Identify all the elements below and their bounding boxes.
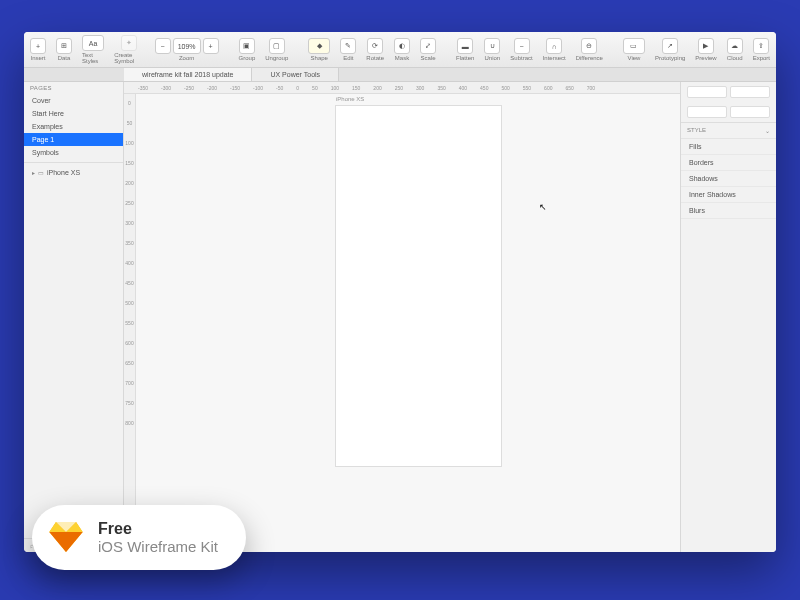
inspector-inner-shadows[interactable]: Inner Shadows (681, 187, 776, 203)
svg-marker-4 (49, 532, 66, 552)
export-label: Export (753, 55, 770, 61)
app-window: +Insert ⊞Data AaText Styles ✦Create Symb… (24, 32, 776, 552)
union-button[interactable]: ∪ (484, 38, 500, 54)
zoom-label: Zoom (179, 55, 194, 61)
inspector-borders[interactable]: Borders (681, 155, 776, 171)
position-y-field[interactable] (730, 86, 770, 98)
inspector-blurs[interactable]: Blurs (681, 203, 776, 219)
shape-button[interactable]: ◆ (308, 38, 330, 54)
chevron-right-icon: ▸ (32, 169, 35, 176)
insert-button[interactable]: + (30, 38, 46, 54)
intersect-button[interactable]: ∩ (546, 38, 562, 54)
view-button[interactable]: ▭ (623, 38, 645, 54)
union-label: Union (484, 55, 500, 61)
canvas[interactable]: iPhone XS ↖ (136, 94, 680, 552)
zoom-value[interactable]: 109% (173, 38, 201, 54)
page-item-symbols[interactable]: Symbols (24, 146, 123, 159)
shape-label: Shape (311, 55, 328, 61)
promo-title: Free (98, 519, 218, 538)
position-x-field[interactable] (687, 86, 727, 98)
style-section-title: STYLE⌄ (681, 122, 776, 139)
page-item-start-here[interactable]: Start Here (24, 107, 123, 120)
mask-button[interactable]: ◐ (394, 38, 410, 54)
artboard-title[interactable]: iPhone XS (336, 96, 364, 102)
text-styles-button[interactable]: Aa (82, 35, 104, 51)
data-label: Data (58, 55, 71, 61)
artboard-icon: ▭ (38, 169, 44, 176)
mask-label: Mask (395, 55, 409, 61)
sketch-diamond-icon (48, 519, 84, 555)
flatten-button[interactable]: ▬ (457, 38, 473, 54)
tab-document-1[interactable]: wireframe kit fall 2018 update (124, 68, 252, 81)
promo-badge[interactable]: Free iOS Wireframe Kit (32, 505, 246, 570)
cloud-button[interactable]: ☁ (727, 38, 743, 54)
data-button[interactable]: ⊞ (56, 38, 72, 54)
edit-button[interactable]: ✎ (340, 38, 356, 54)
create-symbol-button[interactable]: ✦ (121, 35, 137, 51)
subtract-button[interactable]: − (514, 38, 530, 54)
promo-subtitle: iOS Wireframe Kit (98, 538, 218, 556)
subtract-label: Subtract (510, 55, 532, 61)
tab-document-2[interactable]: UX Power Tools (252, 68, 339, 81)
main-area: PAGES Cover Start Here Examples Page 1 S… (24, 82, 776, 552)
rotate-button[interactable]: ⟳ (367, 38, 383, 54)
left-panel: PAGES Cover Start Here Examples Page 1 S… (24, 82, 124, 552)
proto-label: Prototyping (655, 55, 685, 61)
page-item-examples[interactable]: Examples (24, 120, 123, 133)
difference-label: Difference (576, 55, 603, 61)
page-item-cover[interactable]: Cover (24, 94, 123, 107)
size-h-field[interactable] (730, 106, 770, 118)
artboard[interactable] (336, 106, 501, 466)
intersect-label: Intersect (543, 55, 566, 61)
group-button[interactable]: ▣ (239, 38, 255, 54)
zoom-in-button[interactable]: + (203, 38, 219, 54)
scale-button[interactable]: ⤢ (420, 38, 436, 54)
ungroup-label: Ungroup (265, 55, 288, 61)
insert-label: Insert (30, 55, 45, 61)
inspector-fills[interactable]: Fills (681, 139, 776, 155)
size-w-field[interactable] (687, 106, 727, 118)
inspector-panel: STYLE⌄ Fills Borders Shadows Inner Shado… (680, 82, 776, 552)
view-label: View (628, 55, 641, 61)
canvas-area: -350-300-250-200-150-100-500501001502002… (124, 82, 680, 552)
page-item-page1[interactable]: Page 1 (24, 133, 123, 146)
flatten-label: Flatten (456, 55, 474, 61)
group-label: Group (239, 55, 256, 61)
pages-panel-title: PAGES (24, 82, 123, 94)
preview-label: Preview (695, 55, 716, 61)
ruler-vertical: 0501001502002503003504004505005506006507… (124, 94, 136, 552)
zoom-out-button[interactable]: − (155, 38, 171, 54)
ruler-horizontal: -350-300-250-200-150-100-500501001502002… (124, 82, 680, 94)
layer-label: iPhone XS (47, 169, 80, 176)
scale-label: Scale (420, 55, 435, 61)
cursor-icon: ↖ (539, 202, 547, 212)
inspector-shadows[interactable]: Shadows (681, 171, 776, 187)
create-symbol-label: Create Symbol (114, 52, 144, 64)
preview-button[interactable]: ▶ (698, 38, 714, 54)
chevron-down-icon[interactable]: ⌄ (765, 127, 770, 134)
export-button[interactable]: ⇪ (753, 38, 769, 54)
rotate-label: Rotate (366, 55, 384, 61)
svg-marker-5 (66, 532, 83, 552)
edit-label: Edit (343, 55, 353, 61)
text-styles-label: Text Styles (82, 52, 104, 64)
cloud-label: Cloud (727, 55, 743, 61)
difference-button[interactable]: ⊖ (581, 38, 597, 54)
prototyping-button[interactable]: ↗ (662, 38, 678, 54)
toolbar: +Insert ⊞Data AaText Styles ✦Create Symb… (24, 32, 776, 68)
tab-bar: wireframe kit fall 2018 update UX Power … (24, 68, 776, 82)
ungroup-button[interactable]: ▢ (269, 38, 285, 54)
layer-item-artboard[interactable]: ▸ ▭ iPhone XS (24, 166, 123, 179)
